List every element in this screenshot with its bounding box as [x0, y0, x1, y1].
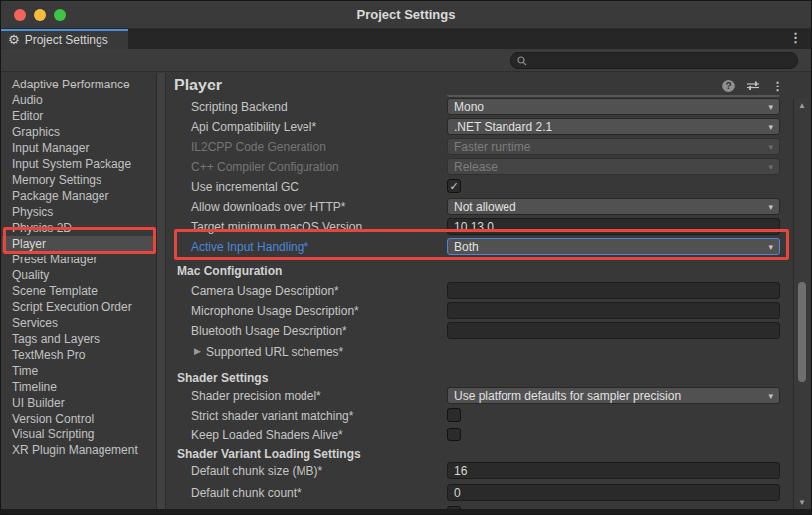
api-compatibility-dropdown[interactable]: .NET Standard 2.1 ▾	[447, 118, 780, 135]
setting-row-il2cpp-code-generation: IL2CPP Code Generation Faster runtime ▾	[166, 137, 792, 157]
foldout-arrow-icon: ▶	[194, 346, 201, 356]
use-incremental-gc-checkbox[interactable]: ✓	[447, 179, 461, 193]
section-header: Shader Settings	[177, 371, 268, 385]
sidebar-item-input-manager[interactable]: Input Manager	[2, 140, 156, 156]
bluetooth-usage-description-field[interactable]	[447, 322, 780, 339]
setting-row-camera-usage-description: Camera Usage Description*	[166, 281, 792, 301]
strict-shader-variant-matching-checkbox[interactable]	[447, 408, 461, 422]
setting-row-strict-shader-variant-matching: Strict shader variant matching*	[166, 406, 792, 426]
setting-row-default-chunk-count: Default chunk count*	[166, 483, 792, 503]
minimize-button[interactable]	[34, 9, 46, 21]
setting-label: Shader precision model*	[191, 389, 321, 403]
project-settings-window: Project Settings ⚙ Project Settings ⋮ Ad…	[0, 0, 812, 515]
sidebar-item-tags-and-layers[interactable]: Tags and Layers	[2, 331, 156, 347]
allow-downloads-over-http-dropdown[interactable]: Not allowed ▾	[447, 198, 780, 215]
sidebar-item-services[interactable]: Services	[2, 315, 156, 331]
sidebar-item-textmesh-pro[interactable]: TextMesh Pro	[2, 347, 156, 363]
setting-row-microphone-usage-description: Microphone Usage Description*	[166, 301, 792, 321]
setting-label: C++ Compiler Configuration	[191, 160, 339, 174]
target-minimum-macos-version-field[interactable]	[447, 218, 780, 235]
setting-label: Bluetooth Usage Description*	[191, 324, 347, 338]
vertical-scrollbar[interactable]: ▲ ▼	[793, 99, 810, 509]
setting-label: IL2CPP Code Generation	[191, 140, 326, 154]
sidebar-item-ui-builder[interactable]: UI Builder	[2, 395, 156, 411]
search-box[interactable]	[510, 52, 798, 69]
sidebar-item-editor[interactable]: Editor	[2, 108, 156, 124]
scrollbar-thumb[interactable]	[798, 282, 806, 382]
foldout-label: Supported URL schemes*	[206, 345, 343, 359]
sidebar-item-audio[interactable]: Audio	[2, 92, 156, 108]
sidebar-item-adaptive-performance[interactable]: Adaptive Performance	[2, 77, 156, 92]
default-chunk-size-field[interactable]	[447, 462, 780, 479]
section-header: Mac Configuration	[177, 264, 282, 278]
sidebar-splitter[interactable]	[157, 73, 166, 509]
dropdown-value: Release	[454, 160, 498, 174]
default-chunk-count-field[interactable]	[447, 484, 780, 501]
dropdown-value: Use platform defaults for sampler precis…	[454, 389, 681, 403]
dropdown-value: Faster runtime	[454, 140, 530, 154]
window-title: Project Settings	[357, 7, 456, 22]
presets-icon[interactable]	[746, 80, 760, 91]
sidebar-item-package-manager[interactable]: Package Manager	[2, 188, 156, 204]
sidebar-item-memory-settings[interactable]: Memory Settings	[2, 172, 156, 188]
setting-row-allow-downloads-over-http: Allow downloads over HTTP* Not allowed ▾	[166, 197, 792, 217]
chevron-down-icon: ▾	[768, 202, 773, 212]
search-input[interactable]	[531, 55, 791, 67]
setting-row-api-compatibility: Api Compatibility Level* .NET Standard 2…	[166, 117, 792, 137]
active-input-handling-dropdown[interactable]: Both ▾	[447, 238, 780, 255]
search-icon	[517, 56, 527, 66]
sidebar-item-version-control[interactable]: Version Control	[2, 411, 156, 427]
gear-icon: ⚙	[8, 31, 20, 49]
sidebar-item-player[interactable]: Player	[2, 236, 156, 252]
il2cpp-code-generation-dropdown: Faster runtime ▾	[447, 138, 780, 155]
setting-row-keep-loaded-shaders-alive: Keep Loaded Shaders Alive*	[166, 426, 792, 445]
sidebar-item-input-system-package[interactable]: Input System Package	[2, 156, 156, 172]
setting-label: Active Input Handling*	[191, 240, 308, 254]
setting-label: Api Compatibility Level*	[191, 120, 316, 134]
shader-precision-model-dropdown[interactable]: Use platform defaults for sampler precis…	[447, 387, 780, 404]
setting-row-cpp-compiler-configuration: C++ Compiler Configuration Release ▾	[166, 157, 792, 177]
scroll-up-icon[interactable]: ▲	[794, 101, 810, 110]
sidebar-item-physics-2d[interactable]: Physics 2D	[2, 220, 156, 236]
scripting-backend-dropdown[interactable]: Mono ▾	[447, 98, 780, 115]
toolbar	[1, 49, 811, 72]
sidebar-item-visual-scripting[interactable]: Visual Scripting	[2, 427, 156, 442]
camera-usage-description-field[interactable]	[447, 282, 780, 299]
sidebar-item-script-execution-order[interactable]: Script Execution Order	[2, 299, 156, 315]
setting-label: Use incremental GC	[191, 180, 299, 194]
dropdown-value: .NET Standard 2.1	[454, 120, 552, 134]
maximize-button[interactable]	[54, 9, 66, 21]
tab-bar: ⚙ Project Settings ⋮	[1, 29, 811, 49]
chevron-down-icon: ▾	[768, 162, 773, 172]
sidebar-item-quality[interactable]: Quality	[2, 267, 156, 283]
page-title: Player	[174, 77, 222, 94]
tab-project-settings[interactable]: ⚙ Project Settings	[1, 29, 128, 49]
dropdown-value: Not allowed	[454, 200, 516, 214]
sidebar-item-timeline[interactable]: Timeline	[2, 379, 156, 395]
tab-menu-kebab-icon[interactable]: ⋮	[789, 30, 802, 45]
chevron-down-icon: ▾	[768, 391, 773, 401]
sidebar-item-time[interactable]: Time	[2, 363, 156, 379]
panel-menu-kebab-icon[interactable]: ⋮	[771, 79, 784, 93]
sidebar-item-graphics[interactable]: Graphics	[2, 124, 156, 140]
check-icon: ✓	[449, 180, 458, 192]
close-button[interactable]	[14, 9, 26, 21]
sidebar-item-scene-template[interactable]: Scene Template	[2, 283, 156, 299]
setting-label: Default chunk count*	[191, 486, 302, 500]
sidebar-item-preset-manager[interactable]: Preset Manager	[2, 252, 156, 267]
setting-label: Target minimum macOS Version	[191, 220, 362, 234]
foldout-supported-url-schemes[interactable]: ▶ Supported URL schemes*	[166, 342, 792, 362]
sidebar-item-xr-plugin-management[interactable]: XR Plugin Management	[2, 442, 156, 458]
help-icon[interactable]: ?	[722, 80, 735, 92]
keep-loaded-shaders-alive-checkbox[interactable]	[447, 428, 461, 441]
chevron-down-icon: ▾	[768, 142, 773, 152]
scroll-down-icon[interactable]: ▼	[794, 498, 810, 507]
settings-category-list: Adaptive Performance Audio Editor Graphi…	[2, 73, 157, 509]
sidebar-item-physics[interactable]: Physics	[2, 204, 156, 220]
player-settings-panel: Player ? ⋮ Scripting Backend Mo	[166, 73, 792, 509]
setting-label: Strict shader variant matching*	[191, 409, 353, 423]
microphone-usage-description-field[interactable]	[447, 302, 780, 319]
setting-row-scripting-backend: Scripting Backend Mono ▾	[166, 97, 792, 117]
dropdown-value: Both	[454, 240, 479, 254]
setting-label: Camera Usage Description*	[191, 284, 339, 298]
